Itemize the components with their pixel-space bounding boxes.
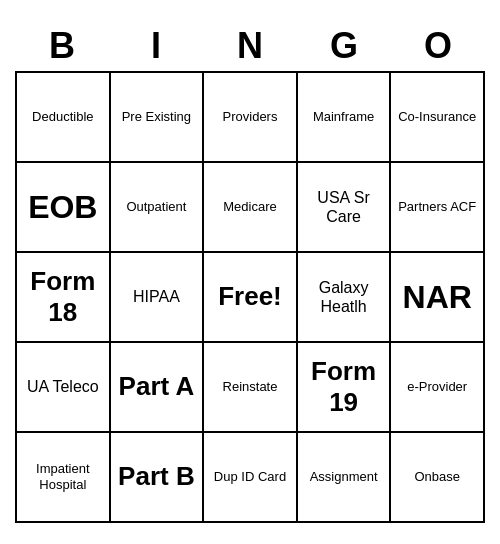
bingo-cell-r3-c1: Part A	[111, 343, 205, 433]
bingo-cell-r2-c0: Form 18	[17, 253, 111, 343]
bingo-cell-r2-c1: HIPAA	[111, 253, 205, 343]
bingo-cell-r0-c1: Pre Existing	[111, 73, 205, 163]
bingo-cell-r3-c3: Form 19	[298, 343, 392, 433]
header-letter-b: B	[15, 21, 109, 71]
bingo-cell-r4-c4: Onbase	[391, 433, 485, 523]
bingo-cell-r3-c4: e-Provider	[391, 343, 485, 433]
bingo-card: BINGO DeductiblePre ExistingProvidersMai…	[15, 21, 485, 523]
bingo-cell-r1-c0: EOB	[17, 163, 111, 253]
bingo-cell-r1-c4: Partners ACF	[391, 163, 485, 253]
bingo-header: BINGO	[15, 21, 485, 71]
bingo-cell-r0-c3: Mainframe	[298, 73, 392, 163]
bingo-cell-r0-c2: Providers	[204, 73, 298, 163]
bingo-cell-r3-c0: UA Teleco	[17, 343, 111, 433]
header-letter-o: O	[391, 21, 485, 71]
bingo-cell-r2-c4: NAR	[391, 253, 485, 343]
bingo-cell-r2-c2: Free!	[204, 253, 298, 343]
bingo-grid: DeductiblePre ExistingProvidersMainframe…	[15, 71, 485, 523]
bingo-cell-r3-c2: Reinstate	[204, 343, 298, 433]
bingo-cell-r4-c2: Dup ID Card	[204, 433, 298, 523]
bingo-cell-r0-c4: Co-Insurance	[391, 73, 485, 163]
bingo-cell-r1-c1: Outpatient	[111, 163, 205, 253]
bingo-cell-r1-c2: Medicare	[204, 163, 298, 253]
bingo-cell-r4-c1: Part B	[111, 433, 205, 523]
bingo-cell-r1-c3: USA Sr Care	[298, 163, 392, 253]
header-letter-n: N	[203, 21, 297, 71]
bingo-cell-r4-c3: Assignment	[298, 433, 392, 523]
bingo-cell-r0-c0: Deductible	[17, 73, 111, 163]
bingo-cell-r2-c3: Galaxy Heatlh	[298, 253, 392, 343]
header-letter-g: G	[297, 21, 391, 71]
bingo-cell-r4-c0: Impatient Hospital	[17, 433, 111, 523]
header-letter-i: I	[109, 21, 203, 71]
